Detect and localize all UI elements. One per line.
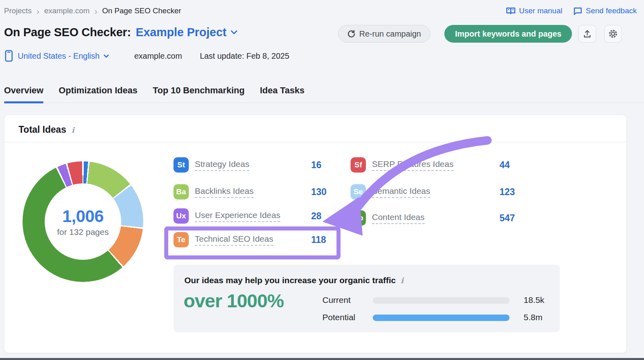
settings-button[interactable] <box>604 25 622 43</box>
tab-top-10-benchmarking[interactable]: Top 10 Benchmarking <box>153 83 244 103</box>
user-manual-link[interactable]: User manual <box>506 6 563 15</box>
total-ideas-count: 1,006 <box>62 207 104 226</box>
total-ideas-card: Total Ideas i 1,006 for 132 pages St Str… <box>4 115 627 353</box>
header-links: User manual Send feedback <box>506 6 637 15</box>
backlinks-badge: Ba <box>173 184 189 200</box>
card-divider <box>4 142 626 142</box>
legend-label[interactable]: SERP Features Ideas <box>372 159 454 171</box>
rerun-campaign-button[interactable]: Re-run campaign <box>338 25 430 43</box>
user-manual-label: User manual <box>519 6 563 15</box>
breadcrumb: Projects › example.com › On Page SEO Che… <box>4 6 181 15</box>
chevron-right-icon: › <box>37 7 39 15</box>
legend-item-strategy: St Strategy Ideas 16 <box>173 156 249 174</box>
import-keywords-button[interactable]: Import keywords and pages <box>444 25 572 43</box>
window-bottom-edge <box>0 358 644 360</box>
legend-item-semantic: Se Semantic Ideas 123 <box>351 183 430 201</box>
tab-idea-tasks[interactable]: Idea Tasks <box>260 83 305 103</box>
legend-item-technical-seo: Te Technical SEO Ideas 118 <box>173 231 273 249</box>
page-title-row: On Page SEO Checker: Example Project <box>4 26 237 39</box>
legend-value: 28 <box>311 211 322 222</box>
strategy-badge: St <box>173 157 189 173</box>
send-feedback-link[interactable]: Send feedback <box>574 6 637 15</box>
card-title: Total Ideas <box>19 124 66 135</box>
traffic-panel-title-row: Our ideas may help you increase your org… <box>184 276 403 285</box>
legend-value: 123 <box>500 187 515 197</box>
technical-seo-badge: Te <box>173 232 189 247</box>
legend-value: 16 <box>311 160 322 171</box>
legend-label[interactable]: Technical SEO Ideas <box>195 234 273 246</box>
chevron-down-icon <box>103 54 109 58</box>
legend-item-serp-features: Sf SERP Features Ideas 44 <box>351 156 454 174</box>
info-icon[interactable]: i <box>400 276 403 285</box>
traffic-panel-title: Our ideas may help you increase your org… <box>184 276 396 285</box>
import-keywords-label: Import keywords and pages <box>455 29 561 39</box>
card-title-row: Total Ideas i <box>19 124 74 135</box>
legend-value: 547 <box>500 213 515 224</box>
legend-label[interactable]: Content Ideas <box>372 212 425 224</box>
legend-item-content: Co Content Ideas 547 <box>351 209 425 227</box>
current-traffic-label: Current <box>322 295 351 305</box>
legend-item-backlinks: Ba Backlinks Ideas 130 <box>173 183 254 201</box>
rerun-campaign-label: Re-run campaign <box>359 29 421 39</box>
content-badge: Co <box>351 210 366 226</box>
book-icon <box>506 7 516 15</box>
legend-label[interactable]: User Experience Ideas <box>195 210 280 222</box>
locale-label: United States - English <box>18 51 99 61</box>
project-name: Example Project <box>136 26 227 39</box>
potential-traffic-fill <box>373 315 510 321</box>
chevron-right-icon: › <box>95 7 97 15</box>
legend-value: 118 <box>311 235 326 245</box>
donut-center: 1,006 for 132 pages <box>45 183 121 260</box>
tab-overview[interactable]: Overview <box>4 83 43 103</box>
potential-traffic-label: Potential <box>322 313 355 322</box>
refresh-icon <box>347 30 355 38</box>
campaign-meta-row: United States - English example.com Last… <box>5 50 289 62</box>
legend-label[interactable]: Strategy Ideas <box>195 159 249 171</box>
tab-optimization-ideas[interactable]: Optimization Ideas <box>59 83 138 103</box>
upload-icon <box>583 29 592 38</box>
page-title: On Page SEO Checker: <box>4 26 131 39</box>
legend-value: 130 <box>311 187 326 197</box>
on-page-seo-checker-screen: Projects › example.com › On Page SEO Che… <box>0 0 644 360</box>
semantic-badge: Se <box>351 184 366 200</box>
send-feedback-label: Send feedback <box>586 6 637 15</box>
info-icon[interactable]: i <box>71 125 74 134</box>
donut-chart[interactable]: 1,006 for 132 pages <box>23 161 143 282</box>
potential-traffic-bar <box>373 315 510 321</box>
legend-label[interactable]: Semantic Ideas <box>372 186 430 198</box>
gear-icon <box>608 29 618 39</box>
breadcrumb-current-page: On Page SEO Checker <box>102 6 181 15</box>
campaign-domain: example.com <box>134 51 182 61</box>
export-upload-button[interactable] <box>578 25 596 43</box>
organic-traffic-panel: Our ideas may help you increase your org… <box>173 265 560 332</box>
user-experience-badge: Ux <box>173 208 189 224</box>
chevron-down-icon <box>231 30 237 35</box>
legend-label[interactable]: Backlinks Ideas <box>195 186 254 198</box>
legend-item-user-experience: Ux User Experience Ideas 28 <box>173 207 280 225</box>
last-update-text: Last update: Feb 8, 2025 <box>200 51 289 61</box>
legend-value: 44 <box>500 160 510 171</box>
breadcrumb-projects[interactable]: Projects <box>4 6 32 15</box>
breadcrumb-domain[interactable]: example.com <box>44 6 90 15</box>
total-ideas-pages: for 132 pages <box>57 227 109 237</box>
current-traffic-bar <box>373 297 510 304</box>
current-traffic-value: 18.5k <box>524 295 544 305</box>
feedback-bubble-icon <box>574 7 582 15</box>
locale-dropdown[interactable]: United States - English <box>18 51 109 61</box>
project-dropdown[interactable]: Example Project <box>136 26 237 39</box>
potential-traffic-value: 5.8m <box>524 313 543 322</box>
traffic-increase-highlight: over 1000% <box>184 290 284 312</box>
serp-features-badge: Sf <box>351 157 366 173</box>
device-icon <box>5 50 13 62</box>
report-tabs: Overview Optimization Ideas Top 10 Bench… <box>4 83 644 103</box>
